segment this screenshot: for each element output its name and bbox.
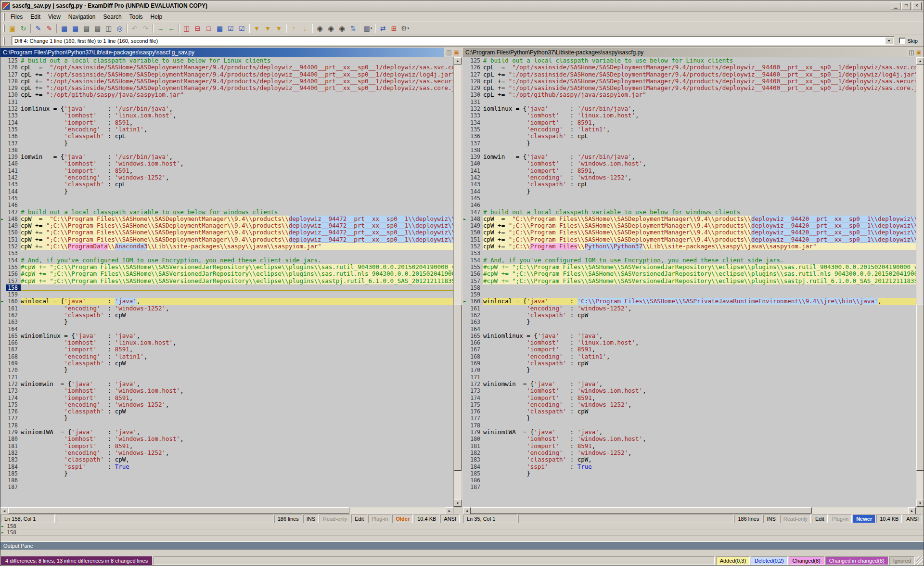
code-line[interactable]: 170 } xyxy=(463,367,916,373)
code-line[interactable]: 144 } xyxy=(463,188,916,195)
code-line[interactable]: 147# build out a local classpath variabl… xyxy=(0,209,453,216)
code-line[interactable]: 143 'classpath' : cpL xyxy=(0,181,453,188)
show-different-lines-icon[interactable]: ☑ xyxy=(236,23,247,34)
pane-copy-icon[interactable]: ◫ xyxy=(446,49,451,56)
code-line[interactable]: 168 'encoding' : 'latin1', xyxy=(463,353,916,360)
code-line[interactable]: 154# And, if you've configured IOM to us… xyxy=(0,257,453,264)
code-line[interactable]: 151cpW += ";C:\\Program Files\\SASHome\\… xyxy=(463,236,916,243)
code-line[interactable]: 186 xyxy=(0,477,453,484)
skip-checkbox-group[interactable]: Skip xyxy=(899,38,920,44)
code-line[interactable]: 178 xyxy=(463,422,916,429)
diffbar-grip[interactable] xyxy=(3,37,5,45)
code-line[interactable]: 162 'classpath' : cpW xyxy=(463,312,916,319)
minimize-button[interactable]: ▁ xyxy=(891,2,900,10)
code-line[interactable]: 180 'iomhost' : 'windows.iom.host', xyxy=(463,436,916,442)
code-line[interactable]: 150cpW += ";C:\\Program Files\\SASHome\\… xyxy=(0,229,453,236)
code-line[interactable]: 178 xyxy=(0,422,453,429)
edit-second-file-icon[interactable]: ✎ xyxy=(44,23,55,34)
code-line[interactable]: 169 'classpath' : cpW xyxy=(463,360,916,367)
code-line[interactable]: 130cpL += ":/opt/github/saspy/java/saspy… xyxy=(0,91,453,98)
diff-selector-combo[interactable]: Diff 4: Change 1 line (160, first file) … xyxy=(12,36,894,45)
code-line[interactable]: 135 'encoding' : 'latin1', xyxy=(463,126,916,133)
vertical-scrollbar[interactable]: ▲ ▼ xyxy=(916,57,924,507)
code-line[interactable]: 144 } xyxy=(0,188,453,195)
menu-item-files[interactable]: Files xyxy=(7,13,26,21)
code-line[interactable]: ►160winlocal = {'java' : 'C:\\Program Fi… xyxy=(463,298,916,305)
close-button[interactable]: × xyxy=(912,2,922,10)
code-line[interactable]: 134 'iomport' : 8591, xyxy=(463,119,916,126)
code-line[interactable]: 131 xyxy=(0,99,453,105)
code-line[interactable]: ►148cpW = "C:\\Program Files\\SASHome\\S… xyxy=(463,216,916,222)
code-line[interactable]: 138 xyxy=(0,147,453,154)
code-line[interactable]: 139iomwin = {'java' : '/usr/bin/java', xyxy=(463,154,916,160)
code-line[interactable]: 146 xyxy=(463,202,916,208)
layout-horizontal-panes-icon[interactable]: ⊟ xyxy=(192,23,203,34)
code-line[interactable]: 141 'iomport' : 8591, xyxy=(0,167,453,174)
code-line[interactable]: 167 'iomport' : 8591, xyxy=(0,346,453,353)
code-line[interactable]: 137 } xyxy=(463,140,916,147)
save-icon[interactable]: ▦ xyxy=(59,23,70,34)
code-line[interactable]: 174 'iomport' : 8591, xyxy=(0,395,453,401)
code-line[interactable]: 163 } xyxy=(463,319,916,325)
code-line[interactable]: 173 'iomhost' : 'windows.iom.host', xyxy=(0,387,453,394)
code-line[interactable]: 131 xyxy=(463,99,916,105)
code-line[interactable]: 135 'encoding' : 'latin1', xyxy=(0,126,453,133)
code-line[interactable]: 181 'iomport' : 8591, xyxy=(463,443,916,450)
code-line[interactable]: 179winiomIWA = {'java' : 'java', xyxy=(0,429,453,436)
options-gear-icon[interactable]: ⚙▾ xyxy=(399,23,411,34)
code-line[interactable]: 165winiomlinux = {'java' : 'java', xyxy=(0,333,453,339)
menu-item-view[interactable]: View xyxy=(44,13,64,21)
code-line[interactable]: 152cpW += ";C:\\Program Files\\Python\\P… xyxy=(463,243,916,250)
code-line[interactable]: 159 xyxy=(463,291,916,298)
filter-added-icon[interactable]: ▼ xyxy=(262,23,273,34)
find-previous-icon[interactable]: ◉ xyxy=(336,23,347,34)
vertical-scrollbar[interactable]: ▲ ▼ xyxy=(453,57,461,507)
code-line[interactable]: 155#cpW += ";C:\\Program Files\\SASHome\… xyxy=(463,264,916,270)
code-line[interactable]: 187 xyxy=(463,484,916,490)
code-line[interactable]: 129cpL += ":/opt/sasinside/SASHome/SASDe… xyxy=(0,85,453,91)
filter-changed-icon[interactable]: ▼ xyxy=(273,23,284,34)
undo-icon[interactable]: ↶ xyxy=(129,23,140,34)
code-line[interactable]: 185 } xyxy=(463,470,916,477)
scroll-up-button[interactable]: ▲ xyxy=(454,57,462,64)
copy-icon[interactable]: ◫ xyxy=(103,23,114,34)
show-identical-lines-icon[interactable]: ☑ xyxy=(225,23,236,34)
code-line[interactable]: 177 } xyxy=(463,415,916,422)
find-next-icon[interactable]: ◉ xyxy=(325,23,336,34)
code-line[interactable]: 181 'iomport' : 8591, xyxy=(0,443,453,450)
menu-item-edit[interactable]: Edit xyxy=(26,13,44,21)
code-line[interactable]: 165winiomlinux = {'java' : 'java', xyxy=(463,333,916,339)
horizontal-scrollbar-track[interactable] xyxy=(8,507,446,514)
code-area[interactable]: 125# build out a local classpath variabl… xyxy=(463,57,916,507)
code-line[interactable]: 161 'encoding' : 'windows-1252', xyxy=(0,305,453,312)
scroll-down-button[interactable]: ▼ xyxy=(454,500,462,507)
code-line[interactable]: 172winiomwin = {'java' : 'java', xyxy=(0,381,453,387)
code-line[interactable]: 149cpW += ";C:\\Program Files\\SASHome\\… xyxy=(0,222,453,229)
code-line[interactable]: 171 xyxy=(0,374,453,381)
code-line[interactable]: 172winiomwin = {'java' : 'java', xyxy=(463,381,916,387)
code-line[interactable]: 167 'iomport' : 8591, xyxy=(463,346,916,353)
print-second-file-icon[interactable]: ▤ xyxy=(92,23,103,34)
code-line[interactable]: 169 'classpath' : cpW xyxy=(0,360,453,367)
menu-item-help[interactable]: Help xyxy=(147,13,167,21)
code-line[interactable]: 157#cpW += ";C:\\Program Files\\SASHome\… xyxy=(0,278,453,284)
code-line[interactable]: 125# build out a local classpath variabl… xyxy=(0,57,453,64)
scroll-right-button[interactable]: ► xyxy=(908,507,916,515)
code-area[interactable]: 125# build out a local classpath variabl… xyxy=(0,57,453,507)
sort-icon[interactable]: ⇅ xyxy=(347,23,359,34)
code-line[interactable]: 156#cpW += ";C:\\Program Files\\SASHome\… xyxy=(463,270,916,277)
code-line[interactable]: 183 'classpath' : cpW, xyxy=(0,456,453,463)
code-line[interactable]: 176 'classpath' : cpW xyxy=(463,408,916,415)
code-line[interactable]: 159 xyxy=(0,291,453,298)
code-line[interactable]: 133 'iomhost' : 'linux.iom.host', xyxy=(463,112,916,119)
chevron-down-icon[interactable]: ▼ xyxy=(885,37,893,44)
find-icon[interactable]: ◉ xyxy=(314,23,325,34)
code-line[interactable]: 128cpL += ":/opt/sasinside/SASHome/SASDe… xyxy=(463,78,916,85)
code-line[interactable]: 175 'encoding' : 'windows-1252', xyxy=(463,401,916,408)
code-line[interactable]: 155#cpW += ";C:\\Program Files\\SASHome\… xyxy=(0,264,453,270)
search-icon[interactable]: ◎ xyxy=(114,23,125,34)
code-line[interactable]: 134 'iomport' : 8591, xyxy=(0,119,453,126)
code-line[interactable]: 128cpL += ":/opt/sasinside/SASHome/SASDe… xyxy=(0,78,453,85)
code-line[interactable]: 127cpL += ":/opt/sasinside/SASHome/SASDe… xyxy=(0,71,453,78)
code-line[interactable]: 146 xyxy=(0,202,453,208)
